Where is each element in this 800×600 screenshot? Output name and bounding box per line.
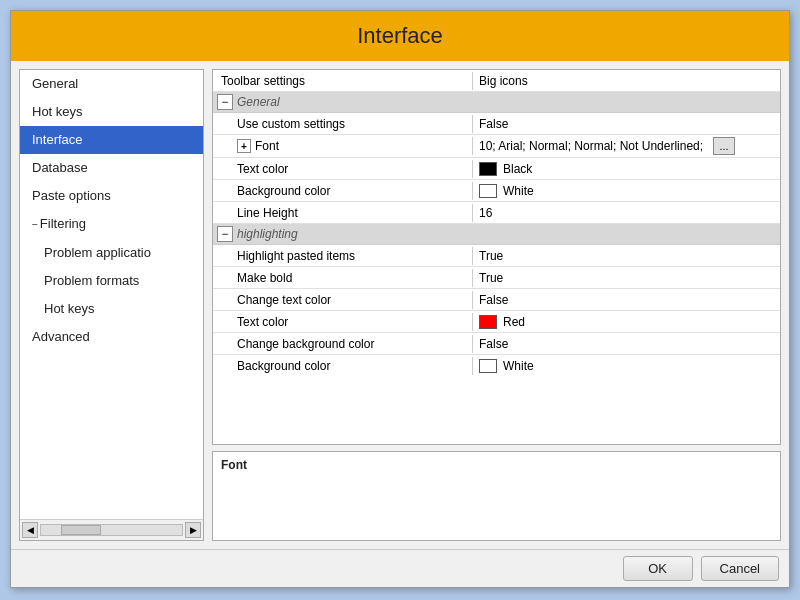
change-bg-color-row: Change background color False	[213, 333, 780, 355]
sidebar-item-problem-formats[interactable]: Problem formats	[20, 267, 203, 295]
line-height-name: Line Height	[213, 204, 473, 222]
make-bold-row: Make bold True	[213, 267, 780, 289]
description-label: Font	[221, 458, 247, 472]
bg-color-value: White	[473, 182, 780, 200]
hl-text-color-value: Red	[473, 313, 780, 331]
font-row: + Font 10; Arial; Normal; Normal; Not Un…	[213, 135, 780, 158]
line-height-value: 16	[473, 204, 780, 222]
text-color-swatch	[479, 162, 497, 176]
dialog-footer: OK Cancel	[11, 549, 789, 587]
sidebar-item-advanced[interactable]: Advanced	[20, 323, 203, 351]
text-color-row: Text color Black	[213, 158, 780, 180]
general-section-header: − General	[213, 92, 780, 113]
font-name: + Font	[213, 137, 473, 155]
make-bold-name: Make bold	[213, 269, 473, 287]
highlight-pasted-row: Highlight pasted items True	[213, 245, 780, 267]
font-ellipsis-btn[interactable]: ...	[713, 137, 735, 155]
description-box: Font	[212, 451, 781, 541]
toolbar-row: Toolbar settings Big icons	[213, 70, 780, 92]
hl-text-color-swatch	[479, 315, 497, 329]
scroll-thumb[interactable]	[61, 525, 101, 535]
general-section-label: General	[237, 95, 280, 109]
ok-button[interactable]: OK	[623, 556, 693, 581]
font-value: 10; Arial; Normal; Normal; Not Underline…	[473, 135, 780, 157]
change-text-color-row: Change text color False	[213, 289, 780, 311]
sidebar-item-general[interactable]: General	[20, 70, 203, 98]
scroll-left-arrow[interactable]: ◀	[22, 522, 38, 538]
change-bg-color-value: False	[473, 335, 780, 353]
dialog: Interface GeneralHot keysInterfaceDataba…	[10, 10, 790, 588]
line-height-row: Line Height 16	[213, 202, 780, 224]
text-color-value: Black	[473, 160, 780, 178]
hl-bg-color-value: White	[473, 357, 780, 375]
dialog-title: Interface	[11, 11, 789, 61]
change-bg-color-name: Change background color	[213, 335, 473, 353]
sidebar-item-interface[interactable]: Interface	[20, 126, 203, 154]
highlighting-section-header: − highlighting	[213, 224, 780, 245]
scroll-track	[40, 524, 183, 536]
highlighting-section-label: highlighting	[237, 227, 298, 241]
sidebar-item-hotkeys[interactable]: Hot keys	[20, 98, 203, 126]
font-expand-btn[interactable]: +	[237, 139, 251, 153]
sidebar-item-database[interactable]: Database	[20, 154, 203, 182]
sidebar-item-hotkeys-child[interactable]: Hot keys	[20, 295, 203, 323]
sidebar-item-paste-options[interactable]: Paste options	[20, 182, 203, 210]
bg-color-row: Background color White	[213, 180, 780, 202]
change-text-color-name: Change text color	[213, 291, 473, 309]
custom-settings-value: False	[473, 115, 780, 133]
hl-bg-color-swatch	[479, 359, 497, 373]
custom-settings-row: Use custom settings False	[213, 113, 780, 135]
sidebar-scrollbar[interactable]: ◀ ▶	[20, 519, 203, 540]
dialog-body: GeneralHot keysInterfaceDatabasePaste op…	[11, 61, 789, 549]
make-bold-value: True	[473, 269, 780, 287]
sidebar-item-problem-apps[interactable]: Problem applicatio	[20, 239, 203, 267]
properties-table: Toolbar settings Big icons − General Use…	[212, 69, 781, 445]
hl-bg-color-row: Background color White	[213, 355, 780, 377]
custom-settings-name: Use custom settings	[213, 115, 473, 133]
highlighting-toggle[interactable]: −	[217, 226, 233, 242]
change-text-color-value: False	[473, 291, 780, 309]
highlight-pasted-name: Highlight pasted items	[213, 247, 473, 265]
highlight-pasted-value: True	[473, 247, 780, 265]
bg-color-name: Background color	[213, 182, 473, 200]
hl-text-color-row: Text color Red	[213, 311, 780, 333]
toolbar-name: Toolbar settings	[213, 72, 473, 90]
main-content: Toolbar settings Big icons − General Use…	[212, 69, 781, 541]
toolbar-value: Big icons	[473, 72, 780, 90]
text-color-name: Text color	[213, 160, 473, 178]
general-toggle[interactable]: −	[217, 94, 233, 110]
scroll-right-arrow[interactable]: ▶	[185, 522, 201, 538]
hl-text-color-name: Text color	[213, 313, 473, 331]
bg-color-swatch	[479, 184, 497, 198]
sidebar: GeneralHot keysInterfaceDatabasePaste op…	[19, 69, 204, 541]
hl-bg-color-name: Background color	[213, 357, 473, 375]
sidebar-item-filtering[interactable]: −Filtering	[20, 210, 203, 238]
cancel-button[interactable]: Cancel	[701, 556, 779, 581]
